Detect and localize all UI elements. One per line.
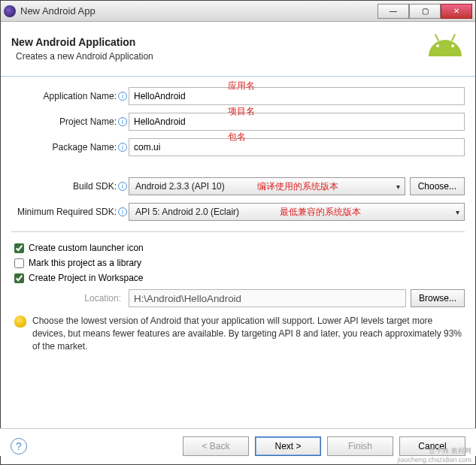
window-title: New Android App xyxy=(20,5,377,17)
app-name-label: Application Name: xyxy=(44,91,117,101)
info-icon[interactable]: i xyxy=(118,117,127,126)
workspace-label: Create Project in Workspace xyxy=(29,273,144,283)
workspace-checkbox[interactable] xyxy=(14,273,24,283)
annot-buildsdk: 编译使用的系统版本 xyxy=(257,180,338,193)
project-name-input[interactable] xyxy=(129,113,465,131)
min-sdk-select[interactable]: API 5: Android 2.0 (Eclair) 最低兼容的系统版本 xyxy=(129,203,465,221)
watermark: 查字典 教程网 jiaocheng.chazidian.com xyxy=(397,446,471,463)
separator xyxy=(11,231,465,232)
build-sdk-label: Build SDK: xyxy=(73,181,117,192)
info-icon[interactable]: i xyxy=(118,143,127,152)
location-input xyxy=(129,289,406,307)
eclipse-icon xyxy=(4,5,16,17)
project-name-label: Project Name: xyxy=(59,116,117,127)
app-name-input[interactable] xyxy=(129,87,465,105)
android-icon xyxy=(426,29,465,68)
minimize-button[interactable]: — xyxy=(377,4,409,19)
banner-heading: New Android Application xyxy=(11,36,426,48)
min-sdk-label: Minimum Required SDK: xyxy=(17,207,117,217)
tip-text: Choose the lowest version of Android tha… xyxy=(32,315,462,352)
launcher-icon-checkbox[interactable] xyxy=(14,243,24,253)
close-button[interactable]: ✕ xyxy=(441,4,472,19)
titlebar[interactable]: New Android App — ▢ ✕ xyxy=(1,1,475,22)
help-button[interactable]: ? xyxy=(11,438,27,454)
launcher-icon-label: Create custom launcher icon xyxy=(29,243,144,253)
next-button[interactable]: Next > xyxy=(255,436,321,456)
library-label: Mark this project as a library xyxy=(29,258,141,268)
choose-button[interactable]: Choose... xyxy=(410,177,465,195)
wizard-banner: New Android Application Creates a new An… xyxy=(1,22,475,77)
lightbulb-icon xyxy=(14,316,26,328)
finish-button[interactable]: Finish xyxy=(327,436,393,456)
wizard-content: Application Name:i 应用名 Project Name:i 项目… xyxy=(1,77,475,363)
back-button[interactable]: < Back xyxy=(183,436,249,456)
package-name-label: Package Name: xyxy=(53,142,117,152)
banner-sub: Creates a new Android Application xyxy=(16,51,426,62)
library-checkbox[interactable] xyxy=(14,258,24,268)
build-sdk-select[interactable]: Android 2.3.3 (API 10) 编译使用的系统版本 xyxy=(129,177,405,195)
info-icon[interactable]: i xyxy=(118,207,127,216)
maximize-button[interactable]: ▢ xyxy=(409,4,441,19)
info-icon[interactable]: i xyxy=(118,92,127,101)
location-label: Location: xyxy=(11,293,129,303)
annot-minsdk: 最低兼容的系统版本 xyxy=(280,206,361,219)
browse-button[interactable]: Browse... xyxy=(411,289,465,307)
package-name-input[interactable] xyxy=(129,138,465,156)
info-icon[interactable]: i xyxy=(118,182,127,191)
